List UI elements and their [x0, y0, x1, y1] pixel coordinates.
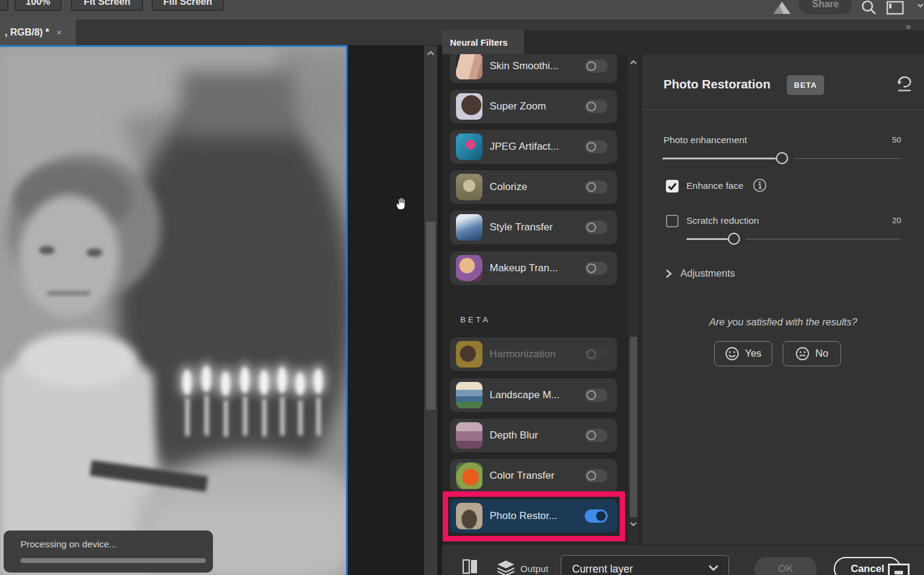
- filter-item-depth-blur[interactable]: Depth Blur: [450, 419, 617, 452]
- scroll-up-icon[interactable]: [630, 60, 637, 65]
- photo-enhancement-label: Photo enhancement: [664, 135, 747, 146]
- filter-toggle[interactable]: [585, 429, 608, 442]
- adjustments-section[interactable]: Adjustments: [680, 268, 735, 279]
- filter-label: Skin Smoothi...: [490, 54, 558, 83]
- filter-label: Depth Blur: [490, 419, 538, 452]
- filter-item-photo-restoration[interactable]: Photo Restor...: [450, 499, 617, 533]
- filter-toggle[interactable]: [585, 221, 608, 234]
- chevron-down-icon: [708, 564, 719, 571]
- photo-enhancement-value: 50: [892, 135, 901, 144]
- filter-thumbnail: [456, 54, 482, 79]
- filter-toggle[interactable]: [585, 509, 608, 523]
- feedback-question: Are you satisfied with the results?: [642, 316, 924, 328]
- image-preview-icon[interactable]: [772, 1, 792, 15]
- filter-list-panel: Skin Smoothi... Super Zoom JPEG Artifact…: [442, 54, 641, 544]
- close-icon[interactable]: ×: [57, 27, 62, 37]
- filter-toggle[interactable]: [585, 389, 608, 402]
- filter-item-style-transfer[interactable]: Style Transfer: [450, 211, 617, 244]
- filter-item-color-transfer[interactable]: Color Transfer: [450, 459, 617, 493]
- enhance-face-checkbox[interactable]: [666, 180, 679, 192]
- output-selected-value: Current layer: [572, 563, 633, 575]
- filter-item-jpeg-artifacts[interactable]: JPEG Artifact...: [450, 130, 617, 164]
- slider-knob[interactable]: [728, 233, 740, 245]
- filter-item-landscape-mixer[interactable]: Landscape M...: [450, 378, 617, 412]
- reset-icon[interactable]: [895, 76, 913, 94]
- workspace-switcher-icon[interactable]: [886, 1, 905, 16]
- photo-enhancement-slider[interactable]: [662, 152, 901, 164]
- filter-list-scrollbar[interactable]: [628, 54, 639, 544]
- output-destination-select[interactable]: Current layer: [561, 555, 729, 575]
- filter-label: Colorize: [490, 170, 527, 204]
- feedback-no-button[interactable]: No: [783, 341, 841, 366]
- share-button[interactable]: Share: [799, 0, 852, 14]
- beta-section-heading: BETA: [460, 315, 490, 324]
- check-icon: [666, 180, 679, 192]
- divider: [642, 109, 924, 110]
- filter-item-super-zoom[interactable]: Super Zoom: [450, 90, 617, 123]
- ok-button[interactable]: OK: [754, 557, 817, 575]
- filter-label: Makeup Tran...: [490, 251, 558, 285]
- partial-toolbar-button[interactable]: [0, 0, 8, 11]
- filter-thumbnail: [456, 134, 482, 160]
- layers-icon[interactable]: [497, 560, 515, 575]
- search-icon[interactable]: [860, 1, 877, 16]
- expand-chevron-icon[interactable]: [665, 269, 672, 278]
- scrollbar-thumb[interactable]: [426, 222, 436, 410]
- output-label: Output: [520, 564, 549, 574]
- filter-label: Super Zoom: [490, 90, 546, 123]
- info-icon[interactable]: [753, 178, 767, 192]
- filter-toggle[interactable]: [585, 100, 608, 113]
- photo-content: [0, 47, 346, 575]
- photoshop-window: 100% Fit Screen Fill Screen Share , RGB/…: [0, 0, 924, 575]
- filter-item-skin-smoothing[interactable]: Skin Smoothi...: [450, 54, 617, 83]
- screen-corner-marker-icon: [888, 564, 910, 575]
- processing-toast-text: Processing on device...: [20, 539, 117, 550]
- photo-canvas[interactable]: Processing on device...: [0, 45, 348, 575]
- fit-screen-button[interactable]: Fit Screen: [71, 0, 143, 11]
- fill-screen-button[interactable]: Fill Screen: [152, 0, 224, 11]
- filter-toggle[interactable]: [585, 469, 608, 482]
- filter-toggle[interactable]: [585, 180, 608, 194]
- canvas-vertical-scrollbar[interactable]: [424, 46, 437, 575]
- processing-toast: Processing on device...: [4, 530, 213, 573]
- filter-toggle[interactable]: [585, 262, 608, 275]
- filter-thumbnail: [456, 463, 482, 489]
- zoom-level-button[interactable]: 100%: [14, 0, 61, 11]
- feedback-yes-button[interactable]: Yes: [714, 341, 772, 366]
- filter-thumbnail: [456, 255, 482, 281]
- scratch-reduction-slider[interactable]: [686, 233, 901, 245]
- scratch-reduction-label: Scratch reduction: [686, 215, 759, 226]
- scratch-reduction-checkbox[interactable]: [666, 215, 679, 227]
- filter-thumbnail: [456, 174, 482, 200]
- processing-progress-bar: [20, 558, 206, 563]
- document-tab-label: , RGB/8) *: [5, 27, 49, 38]
- filter-item-makeup-transfer[interactable]: Makeup Tran...: [450, 251, 617, 285]
- enhance-face-label: Enhance face: [686, 180, 744, 191]
- filter-label: Photo Restor...: [490, 499, 557, 533]
- slider-knob[interactable]: [776, 152, 788, 164]
- document-tab[interactable]: , RGB/8) * ×: [0, 19, 76, 45]
- scrollbar-thumb[interactable]: [630, 337, 637, 517]
- panel-title: Photo Restoration: [664, 77, 771, 91]
- app-toolbar: 100% Fit Screen Fill Screen Share: [0, 0, 924, 19]
- canvas-pasteboard[interactable]: Processing on device...: [0, 45, 442, 575]
- filter-thumbnail: [456, 382, 482, 408]
- smiley-face-icon: [725, 346, 739, 361]
- filter-toggle[interactable]: [585, 140, 608, 153]
- filter-item-harmonization[interactable]: Harmonization: [450, 337, 617, 371]
- filter-label: Landscape M...: [490, 378, 559, 412]
- scroll-up-icon[interactable]: [427, 51, 435, 56]
- split-preview-icon[interactable]: [462, 559, 479, 574]
- filter-label: Harmonization: [490, 337, 556, 371]
- beta-badge: BETA: [787, 75, 824, 95]
- photo-restoration-panel: Photo Restoration BETA Photo enhancement…: [641, 54, 924, 544]
- no-label: No: [815, 348, 828, 360]
- chevron-down-icon[interactable]: [917, 2, 924, 8]
- neural-filters-tab[interactable]: Neural Filters: [442, 30, 524, 54]
- yes-label: Yes: [745, 348, 762, 360]
- filter-thumbnail: [456, 503, 482, 529]
- scroll-down-icon[interactable]: [630, 521, 637, 526]
- filter-label: JPEG Artifact...: [490, 130, 559, 164]
- filter-item-colorize[interactable]: Colorize: [450, 170, 617, 204]
- filter-toggle[interactable]: [585, 60, 608, 73]
